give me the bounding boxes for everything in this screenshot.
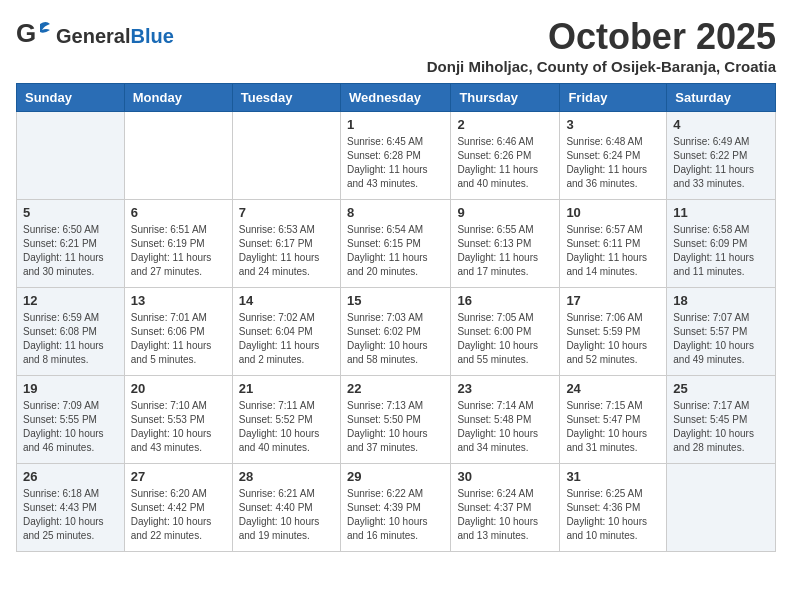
calendar-cell: 30Sunrise: 6:24 AMSunset: 4:37 PMDayligh… xyxy=(451,464,560,552)
day-info: Sunrise: 7:13 AMSunset: 5:50 PMDaylight:… xyxy=(347,399,444,455)
day-number: 8 xyxy=(347,205,444,220)
day-info: Sunrise: 6:49 AMSunset: 6:22 PMDaylight:… xyxy=(673,135,769,191)
day-number: 14 xyxy=(239,293,334,308)
calendar-cell: 29Sunrise: 6:22 AMSunset: 4:39 PMDayligh… xyxy=(340,464,450,552)
calendar-cell: 21Sunrise: 7:11 AMSunset: 5:52 PMDayligh… xyxy=(232,376,340,464)
day-info: Sunrise: 7:07 AMSunset: 5:57 PMDaylight:… xyxy=(673,311,769,367)
day-info: Sunrise: 6:54 AMSunset: 6:15 PMDaylight:… xyxy=(347,223,444,279)
calendar-table: SundayMondayTuesdayWednesdayThursdayFrid… xyxy=(16,83,776,552)
calendar-cell: 25Sunrise: 7:17 AMSunset: 5:45 PMDayligh… xyxy=(667,376,776,464)
calendar-cell: 10Sunrise: 6:57 AMSunset: 6:11 PMDayligh… xyxy=(560,200,667,288)
day-number: 4 xyxy=(673,117,769,132)
day-info: Sunrise: 6:25 AMSunset: 4:36 PMDaylight:… xyxy=(566,487,660,543)
calendar-cell: 19Sunrise: 7:09 AMSunset: 5:55 PMDayligh… xyxy=(17,376,125,464)
day-number: 31 xyxy=(566,469,660,484)
calendar-cell: 18Sunrise: 7:07 AMSunset: 5:57 PMDayligh… xyxy=(667,288,776,376)
calendar-cell: 12Sunrise: 6:59 AMSunset: 6:08 PMDayligh… xyxy=(17,288,125,376)
day-info: Sunrise: 7:01 AMSunset: 6:06 PMDaylight:… xyxy=(131,311,226,367)
day-number: 3 xyxy=(566,117,660,132)
day-number: 26 xyxy=(23,469,118,484)
day-info: Sunrise: 7:17 AMSunset: 5:45 PMDaylight:… xyxy=(673,399,769,455)
calendar-week-1: 1Sunrise: 6:45 AMSunset: 6:28 PMDaylight… xyxy=(17,112,776,200)
day-number: 2 xyxy=(457,117,553,132)
calendar-cell: 28Sunrise: 6:21 AMSunset: 4:40 PMDayligh… xyxy=(232,464,340,552)
day-number: 5 xyxy=(23,205,118,220)
calendar-cell: 26Sunrise: 6:18 AMSunset: 4:43 PMDayligh… xyxy=(17,464,125,552)
day-info: Sunrise: 6:48 AMSunset: 6:24 PMDaylight:… xyxy=(566,135,660,191)
day-info: Sunrise: 7:11 AMSunset: 5:52 PMDaylight:… xyxy=(239,399,334,455)
day-number: 19 xyxy=(23,381,118,396)
day-info: Sunrise: 6:55 AMSunset: 6:13 PMDaylight:… xyxy=(457,223,553,279)
header-monday: Monday xyxy=(124,84,232,112)
month-title: October 2025 xyxy=(427,16,776,58)
calendar-week-3: 12Sunrise: 6:59 AMSunset: 6:08 PMDayligh… xyxy=(17,288,776,376)
logo-blue: Blue xyxy=(130,25,173,47)
day-number: 6 xyxy=(131,205,226,220)
day-number: 20 xyxy=(131,381,226,396)
day-number: 13 xyxy=(131,293,226,308)
calendar-cell xyxy=(232,112,340,200)
day-info: Sunrise: 7:03 AMSunset: 6:02 PMDaylight:… xyxy=(347,311,444,367)
day-info: Sunrise: 7:14 AMSunset: 5:48 PMDaylight:… xyxy=(457,399,553,455)
calendar-cell xyxy=(17,112,125,200)
header-friday: Friday xyxy=(560,84,667,112)
calendar-cell: 22Sunrise: 7:13 AMSunset: 5:50 PMDayligh… xyxy=(340,376,450,464)
calendar-week-2: 5Sunrise: 6:50 AMSunset: 6:21 PMDaylight… xyxy=(17,200,776,288)
page-header: G GeneralBlue October 2025 Donji Miholja… xyxy=(16,16,776,75)
day-info: Sunrise: 7:05 AMSunset: 6:00 PMDaylight:… xyxy=(457,311,553,367)
day-number: 28 xyxy=(239,469,334,484)
day-number: 21 xyxy=(239,381,334,396)
day-number: 7 xyxy=(239,205,334,220)
day-info: Sunrise: 7:02 AMSunset: 6:04 PMDaylight:… xyxy=(239,311,334,367)
day-number: 1 xyxy=(347,117,444,132)
day-info: Sunrise: 6:22 AMSunset: 4:39 PMDaylight:… xyxy=(347,487,444,543)
day-number: 22 xyxy=(347,381,444,396)
header-sunday: Sunday xyxy=(17,84,125,112)
day-number: 9 xyxy=(457,205,553,220)
calendar-cell: 4Sunrise: 6:49 AMSunset: 6:22 PMDaylight… xyxy=(667,112,776,200)
day-info: Sunrise: 6:57 AMSunset: 6:11 PMDaylight:… xyxy=(566,223,660,279)
calendar-cell: 2Sunrise: 6:46 AMSunset: 6:26 PMDaylight… xyxy=(451,112,560,200)
day-info: Sunrise: 6:58 AMSunset: 6:09 PMDaylight:… xyxy=(673,223,769,279)
day-number: 25 xyxy=(673,381,769,396)
day-info: Sunrise: 7:15 AMSunset: 5:47 PMDaylight:… xyxy=(566,399,660,455)
day-info: Sunrise: 6:24 AMSunset: 4:37 PMDaylight:… xyxy=(457,487,553,543)
day-info: Sunrise: 6:45 AMSunset: 6:28 PMDaylight:… xyxy=(347,135,444,191)
day-info: Sunrise: 7:06 AMSunset: 5:59 PMDaylight:… xyxy=(566,311,660,367)
calendar-cell: 14Sunrise: 7:02 AMSunset: 6:04 PMDayligh… xyxy=(232,288,340,376)
day-number: 23 xyxy=(457,381,553,396)
header-saturday: Saturday xyxy=(667,84,776,112)
calendar-cell: 17Sunrise: 7:06 AMSunset: 5:59 PMDayligh… xyxy=(560,288,667,376)
header-tuesday: Tuesday xyxy=(232,84,340,112)
calendar-cell xyxy=(667,464,776,552)
calendar-cell: 13Sunrise: 7:01 AMSunset: 6:06 PMDayligh… xyxy=(124,288,232,376)
day-number: 18 xyxy=(673,293,769,308)
calendar-cell: 7Sunrise: 6:53 AMSunset: 6:17 PMDaylight… xyxy=(232,200,340,288)
day-number: 17 xyxy=(566,293,660,308)
day-info: Sunrise: 6:59 AMSunset: 6:08 PMDaylight:… xyxy=(23,311,118,367)
day-number: 15 xyxy=(347,293,444,308)
day-info: Sunrise: 6:18 AMSunset: 4:43 PMDaylight:… xyxy=(23,487,118,543)
day-number: 24 xyxy=(566,381,660,396)
header-wednesday: Wednesday xyxy=(340,84,450,112)
calendar-cell: 23Sunrise: 7:14 AMSunset: 5:48 PMDayligh… xyxy=(451,376,560,464)
logo-general: General xyxy=(56,25,130,47)
day-info: Sunrise: 7:10 AMSunset: 5:53 PMDaylight:… xyxy=(131,399,226,455)
calendar-cell: 24Sunrise: 7:15 AMSunset: 5:47 PMDayligh… xyxy=(560,376,667,464)
day-info: Sunrise: 6:50 AMSunset: 6:21 PMDaylight:… xyxy=(23,223,118,279)
calendar-cell: 20Sunrise: 7:10 AMSunset: 5:53 PMDayligh… xyxy=(124,376,232,464)
calendar-cell: 11Sunrise: 6:58 AMSunset: 6:09 PMDayligh… xyxy=(667,200,776,288)
logo: G GeneralBlue xyxy=(16,16,174,56)
day-info: Sunrise: 6:51 AMSunset: 6:19 PMDaylight:… xyxy=(131,223,226,279)
location-subtitle: Donji Miholjac, County of Osijek-Baranja… xyxy=(427,58,776,75)
calendar-cell: 8Sunrise: 6:54 AMSunset: 6:15 PMDaylight… xyxy=(340,200,450,288)
day-number: 29 xyxy=(347,469,444,484)
logo-icon: G xyxy=(16,16,52,52)
day-info: Sunrise: 6:53 AMSunset: 6:17 PMDaylight:… xyxy=(239,223,334,279)
calendar-week-5: 26Sunrise: 6:18 AMSunset: 4:43 PMDayligh… xyxy=(17,464,776,552)
header-thursday: Thursday xyxy=(451,84,560,112)
svg-text:G: G xyxy=(16,18,36,48)
day-info: Sunrise: 6:20 AMSunset: 4:42 PMDaylight:… xyxy=(131,487,226,543)
calendar-cell: 9Sunrise: 6:55 AMSunset: 6:13 PMDaylight… xyxy=(451,200,560,288)
calendar-cell: 15Sunrise: 7:03 AMSunset: 6:02 PMDayligh… xyxy=(340,288,450,376)
